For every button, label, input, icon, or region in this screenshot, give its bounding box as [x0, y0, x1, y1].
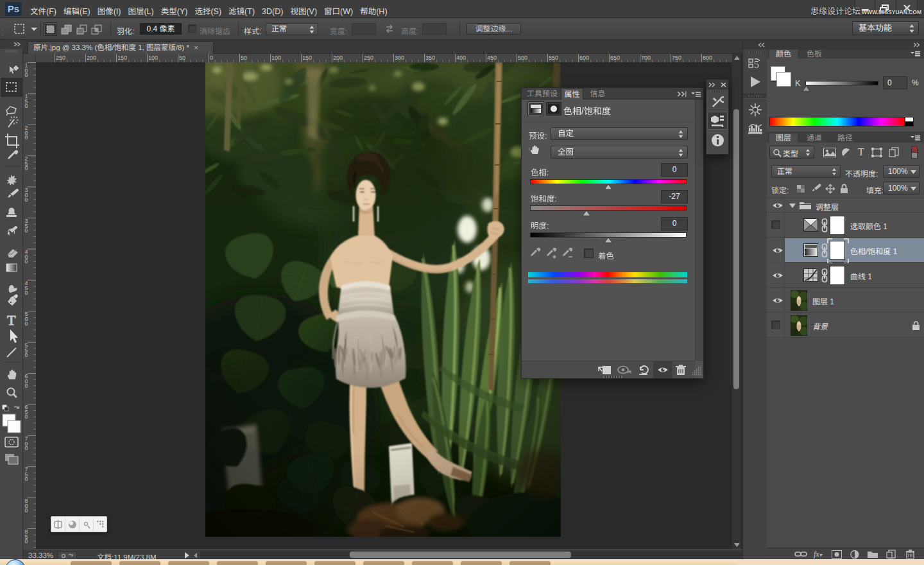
svg-text:T: T [7, 312, 16, 328]
svg-text:5: 5 [754, 59, 759, 70]
